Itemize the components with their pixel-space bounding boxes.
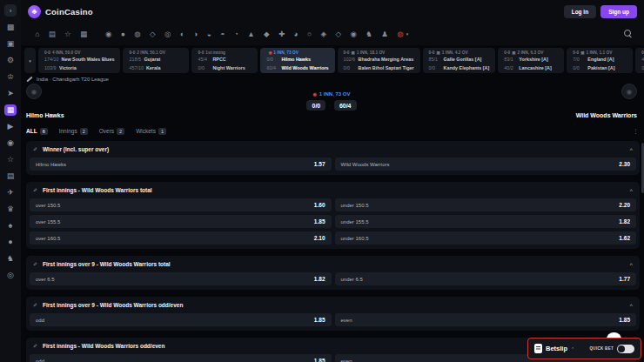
match-card[interactable]: 0-0 ◉ ▣ 2 INN, 6.3 OV 83/1 Yorkshire [A]… bbox=[498, 48, 564, 73]
horse-racing-icon[interactable]: ♞ bbox=[361, 30, 377, 38]
rugby-icon[interactable]: ◐ bbox=[176, 30, 190, 38]
soccer-icon[interactable]: ◉ bbox=[101, 30, 117, 38]
markets-options-icon[interactable]: ⋮ bbox=[633, 128, 639, 135]
baseball-icon[interactable]: ◓ bbox=[216, 30, 230, 38]
mma-icon[interactable]: ◆ bbox=[259, 30, 274, 38]
betslip-bar[interactable]: Betslip ⌃ QUICK BET bbox=[527, 338, 641, 359]
sidebar-casino-icon[interactable]: ▩ bbox=[4, 22, 17, 33]
outcome-button[interactable]: over 150.5 1.60 bbox=[30, 198, 332, 211]
sidebar-live-icon[interactable]: ▶ bbox=[4, 121, 17, 132]
sidebar-vip-icon[interactable]: ♔ bbox=[4, 71, 17, 83]
outcome-button[interactable]: under 160.5 1.62 bbox=[335, 231, 637, 245]
market-tab[interactable]: ALL 6 bbox=[26, 128, 48, 135]
market-header[interactable]: ✎ First innings over 9 - Wild Woods Warr… bbox=[26, 297, 640, 313]
home-icon[interactable]: ⌂ bbox=[30, 30, 44, 38]
pin-icon[interactable]: ✎ bbox=[32, 303, 38, 307]
outcome-button[interactable]: odd 1.85 bbox=[30, 354, 332, 362]
outcome-button[interactable]: over 155.5 1.85 bbox=[30, 215, 332, 228]
match-card[interactable]: 0-0 ◉ ▣ 1 INN, 18.1 OV 102/6 Bhadraha Me… bbox=[338, 48, 420, 73]
outcome-button[interactable]: odd 1.85 bbox=[30, 313, 332, 326]
more-sports-caret[interactable]: ▾ bbox=[406, 31, 409, 37]
collapse-chevron-icon[interactable]: ^ bbox=[629, 262, 633, 267]
cycling-icon[interactable]: ○ bbox=[303, 30, 317, 38]
pin-icon[interactable]: ✎ bbox=[32, 344, 38, 348]
outcome-button[interactable]: over 160.5 2.10 bbox=[30, 231, 332, 245]
sidebar-trophy-icon[interactable]: ♛ bbox=[4, 204, 17, 215]
pin-icon[interactable]: ✎ bbox=[32, 188, 38, 192]
table-tennis-icon[interactable]: ◔ bbox=[230, 30, 244, 38]
outcome-button[interactable]: under 150.5 2.20 bbox=[335, 198, 637, 211]
sidebar-favorites-icon[interactable]: ☆ bbox=[4, 154, 17, 165]
sidebar-rewards-icon[interactable]: ▤ bbox=[4, 171, 17, 182]
motorsport-icon[interactable]: ◈ bbox=[316, 30, 331, 38]
market-header[interactable]: ✎ First innings - Wild Woods Warriors to… bbox=[26, 182, 640, 198]
tab-label: Wickets bbox=[136, 128, 156, 134]
matches-collapse-caret[interactable]: ▾ bbox=[24, 48, 36, 73]
sidebar-deposit-icon[interactable]: ▣ bbox=[4, 38, 17, 50]
series-score: 0-0 bbox=[44, 50, 50, 55]
sidebar-racing-icon[interactable]: ♞ bbox=[4, 253, 17, 265]
sidebar-sportsbook-icon[interactable]: ▦ bbox=[4, 104, 17, 116]
esports-icon[interactable]: ◎ bbox=[160, 30, 176, 38]
sidebar-settings-icon[interactable]: ⚙ bbox=[4, 55, 17, 66]
market-tab[interactable]: Wickets 1 bbox=[136, 128, 166, 135]
outcome-button[interactable]: Hilmo Hawks 1.57 bbox=[30, 158, 332, 171]
match-card[interactable]: 0-0 ◉ ▣ 1st inning 45/4 RPCC 0/0 Night W… bbox=[191, 48, 258, 73]
outcome-odds: 1.57 bbox=[314, 161, 325, 167]
ice-hockey-icon[interactable]: ◇ bbox=[145, 30, 160, 38]
sidebar-partners-icon[interactable]: ◎ bbox=[4, 270, 17, 281]
market-header[interactable]: ✎ Winner (incl. super over) ^ bbox=[26, 141, 640, 158]
betslip-expand-caret[interactable]: ⌃ bbox=[571, 346, 574, 352]
market-tab[interactable]: Innings 2 bbox=[59, 128, 88, 135]
volleyball-icon[interactable]: ◑ bbox=[189, 30, 203, 38]
sidebar-telegram-icon[interactable]: ✈ bbox=[4, 187, 17, 198]
brand-logo[interactable]: ♣ CoinCasino bbox=[28, 5, 93, 18]
tennis-icon[interactable]: ● bbox=[117, 30, 131, 38]
darts-icon[interactable]: ✚ bbox=[274, 30, 290, 38]
breadcrumb[interactable]: India · Chandigarh T20 League bbox=[26, 77, 109, 82]
sidebar-cards-icon[interactable]: ♠ bbox=[4, 220, 17, 231]
team1-name: Hilmo Hawks bbox=[281, 57, 311, 63]
sidebar-globe-icon[interactable]: ◉ bbox=[4, 137, 17, 149]
team1-score: 174/10 bbox=[44, 57, 59, 63]
golf-icon[interactable]: ◉ bbox=[345, 30, 361, 38]
sidebar-soccer-icon[interactable]: ● bbox=[4, 237, 17, 248]
greyhound-icon[interactable]: ♟ bbox=[377, 30, 392, 38]
outcome-button[interactable]: even 1.85 bbox=[335, 313, 637, 326]
my-bets-icon[interactable]: ▦ bbox=[76, 30, 91, 38]
match-card[interactable]: 0-0 ◉ ▣ 1 INN, 4.2 OV 85/1 Galle Gorilla… bbox=[423, 48, 496, 73]
search-icon[interactable] bbox=[624, 30, 633, 38]
badminton-icon[interactable]: ◇ bbox=[331, 30, 345, 38]
match-card[interactable]: 0-0 ◉ ▣ 2 INN, 50.1 OV 218/5 Gujarat 457… bbox=[123, 48, 189, 73]
snooker-icon[interactable]: ◕ bbox=[289, 30, 303, 38]
live-events-icon[interactable]: ▤ bbox=[44, 30, 60, 38]
match-card[interactable]: 0-0 ◉ ▣ 4 INN, 50.0 OV 174/10 New South … bbox=[38, 48, 120, 73]
pin-icon[interactable]: ✎ bbox=[32, 147, 38, 151]
outcome-odds: 2.30 bbox=[619, 161, 630, 167]
sidebar-rocket-icon[interactable]: ➤ bbox=[4, 88, 17, 99]
match-card[interactable]: 0-0 ◉ ▣ 1 INN, 1.1 OV 7/0 England [A] 0/… bbox=[567, 48, 633, 73]
match-card[interactable]: ◉ ▣ 1 INN, 73 OV 0/0 Hilmo Hawks 60/4 Wi… bbox=[260, 48, 334, 73]
collapse-chevron-icon[interactable]: ^ bbox=[629, 147, 633, 152]
outcome-button[interactable]: over 6.5 1.82 bbox=[30, 272, 332, 285]
outcome-button[interactable]: under 6.5 1.77 bbox=[335, 272, 637, 285]
outcome-button[interactable]: under 155.5 1.82 bbox=[335, 215, 637, 228]
login-button[interactable]: Log in bbox=[564, 5, 597, 18]
market-header[interactable]: ✎ First innings over 9 - Wild Woods Warr… bbox=[26, 256, 640, 272]
basketball-icon[interactable]: ◍ bbox=[130, 30, 145, 38]
signup-button[interactable]: Sign up bbox=[600, 5, 637, 18]
collapse-chevron-icon[interactable]: ^ bbox=[629, 188, 633, 193]
collapse-chevron-icon[interactable]: ^ bbox=[629, 303, 633, 308]
match-card[interactable]: 0-0 ◉ ▣ 1 INN, 5.5 OV 41/2 Damagaru [A] … bbox=[635, 48, 644, 73]
handball-icon[interactable]: ◒ bbox=[203, 30, 217, 38]
live-icon: ◉ bbox=[312, 91, 316, 97]
match-progress: 1st inning bbox=[205, 50, 225, 55]
outcome-button[interactable]: Wild Woods Warriors 2.30 bbox=[335, 158, 637, 171]
pin-icon[interactable]: ✎ bbox=[32, 262, 38, 266]
quick-bet-toggle[interactable] bbox=[617, 345, 634, 353]
market-tab[interactable]: Overs 2 bbox=[99, 128, 124, 135]
boxing-icon[interactable]: ▲ bbox=[243, 30, 259, 38]
favorites-icon[interactable]: ☆ bbox=[60, 30, 76, 38]
sidebar-expand-button[interactable]: › bbox=[4, 4, 17, 17]
home-team-name: Hilmo Hawks bbox=[26, 112, 280, 118]
